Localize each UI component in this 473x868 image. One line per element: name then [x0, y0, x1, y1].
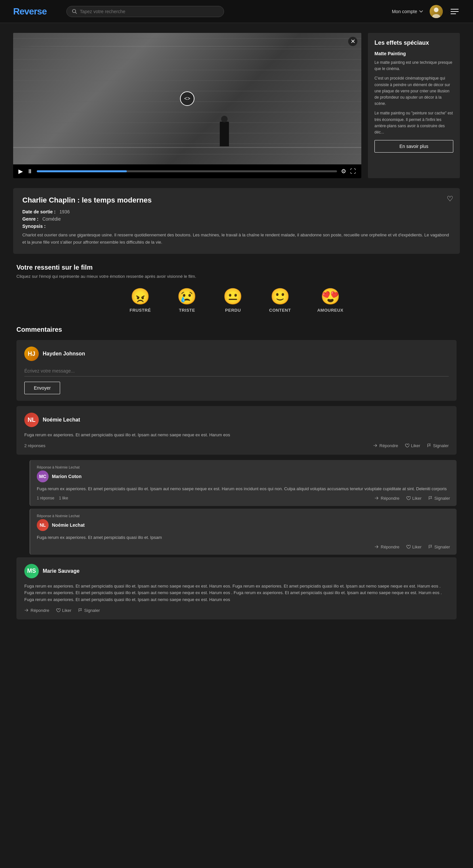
noemie-replies: Réponse à Noémie Lechat MC Marion Coton …: [30, 460, 457, 555]
scrubber-button[interactable]: <>: [180, 91, 195, 106]
frustre-emoji: 😠: [130, 289, 150, 305]
amoureux-label: AMOUREUX: [317, 308, 344, 313]
favorite-button[interactable]: ♡: [447, 195, 453, 203]
reply-icon: [373, 443, 378, 448]
noemie2-like-button[interactable]: Liker: [406, 545, 421, 549]
reply-icon: [374, 545, 379, 549]
current-user-avatar: HJ: [24, 346, 39, 361]
marie-actions: Répondre Liker Signaler: [24, 608, 100, 613]
marion-author: Marion Coton: [52, 474, 81, 479]
marie-author: Marie Sauvage: [43, 568, 79, 574]
genre-label: Genre :: [22, 216, 38, 222]
side-panel-text-1: Le matte painting est une technique pres…: [374, 60, 453, 72]
noemie2-author: Noémie Lechat: [52, 522, 85, 528]
triste-label: TRISTE: [179, 308, 195, 313]
marie-text: Fuga rerum ex asperiores. Et amet perspi…: [24, 583, 449, 603]
frustre-label: FRUSTRÉ: [129, 308, 151, 313]
video-section: <> ✕ ▶ ⏸ ⚙ ⛶: [13, 33, 460, 178]
marie-like-button[interactable]: Liker: [56, 608, 71, 613]
search-input[interactable]: [80, 9, 218, 14]
reply-icon: [24, 608, 29, 613]
search-bar[interactable]: [66, 6, 224, 17]
noemie2-report-button[interactable]: Signaler: [428, 545, 450, 549]
marion-like-button[interactable]: Liker: [406, 496, 421, 501]
marion-footer: 1 réponse 1 like Répondre: [37, 496, 450, 501]
marion-reply-button[interactable]: Répondre: [374, 496, 399, 501]
content-emoji: 🙂: [270, 289, 290, 305]
comment-noemie: NL Noémie Lechat Fuga rerum ex asperiore…: [16, 406, 457, 455]
logo-text: Reverse: [13, 6, 47, 17]
play-icon: ▶: [19, 168, 23, 175]
perdu-emoji: 😐: [223, 289, 243, 305]
marion-header: MC Marion Coton: [37, 470, 450, 482]
date-value: 1936: [60, 209, 70, 214]
chevron-down-icon: [419, 10, 423, 13]
noemie-actions: Répondre Liker Signaler: [373, 443, 449, 448]
settings-button[interactable]: ⚙: [341, 168, 346, 175]
marion-reply-tag: Réponse à Noémie Lechat: [37, 465, 450, 469]
date-label: Date de sortie :: [22, 209, 56, 214]
noemie-header: NL Noémie Lechat: [24, 413, 449, 427]
side-panel: Les effets spéciaux Matte Painting Le ma…: [368, 33, 460, 178]
noemie-replies-count[interactable]: 2 réponses: [24, 443, 45, 448]
comment-input-header: HJ Hayden Johnson: [24, 346, 449, 361]
film-synopsis-label: Synopsis :: [22, 224, 451, 229]
flag-icon: [428, 496, 433, 500]
emoji-content[interactable]: 🙂 CONTENT: [269, 289, 291, 313]
noemie2-avatar: NL: [37, 519, 48, 531]
reply-marion: Réponse à Noémie Lechat MC Marion Coton …: [30, 460, 457, 506]
marion-reply-count: 1 réponse: [37, 496, 54, 500]
comment-marie: MS Marie Sauvage Fuga rerum ex asperiore…: [16, 557, 457, 619]
comments-section: Commentaires HJ Hayden Johnson Envoyer N…: [13, 326, 460, 619]
play-button[interactable]: ▶: [19, 168, 23, 175]
synopsis-label: Synopsis :: [22, 224, 46, 229]
flag-icon: [78, 608, 82, 613]
en-savoir-plus-button[interactable]: En savoir plus: [374, 140, 453, 153]
header-right: Mon compte: [392, 5, 460, 18]
comment-input[interactable]: [24, 366, 449, 376]
noemie-reply-button[interactable]: Répondre: [373, 443, 398, 448]
video-player[interactable]: <> ✕ ▶ ⏸ ⚙ ⛶: [13, 33, 361, 178]
noemie2-reply-button[interactable]: Répondre: [374, 545, 399, 549]
menu-icon[interactable]: [449, 7, 460, 16]
avatar[interactable]: [430, 5, 443, 18]
emoji-perdu[interactable]: 😐 PERDU: [223, 289, 243, 313]
comment-input-card: HJ Hayden Johnson Envoyer: [16, 340, 457, 401]
progress-fill: [37, 170, 127, 172]
scrubber-icon: <>: [184, 96, 191, 102]
noemie-like-button[interactable]: Liker: [405, 443, 420, 448]
side-panel-text-2: C'est un procédé cinématographique qui c…: [374, 75, 453, 107]
emotion-section: Votre ressenti sur le film Cliquez sur l…: [13, 264, 460, 313]
fullscreen-icon: ⛶: [350, 168, 356, 175]
progress-bar[interactable]: [37, 170, 337, 172]
noemie-footer: 2 réponses Répondre Liker: [24, 443, 449, 448]
heart-icon: [56, 608, 61, 613]
noemie-author: Noémie Lechat: [43, 417, 80, 423]
noemie-text: Fuga rerum ex asperiores. Et amet perspi…: [24, 432, 449, 439]
marion-report-button[interactable]: Signaler: [428, 496, 450, 501]
account-label: Mon compte: [392, 9, 417, 14]
marie-report-button[interactable]: Signaler: [78, 608, 100, 613]
emoji-amoureux[interactable]: 😍 AMOUREUX: [317, 289, 344, 313]
fullscreen-button[interactable]: ⛶: [350, 168, 356, 175]
emoji-frustre[interactable]: 😠 FRUSTRÉ: [129, 289, 151, 313]
film-date: Date de sortie : 1936: [22, 209, 451, 214]
triste-emoji: 😢: [177, 289, 197, 305]
amoureux-emoji: 😍: [320, 289, 340, 305]
marie-reply-button[interactable]: Répondre: [24, 608, 49, 613]
noemie2-header: NL Noémie Lechat: [37, 519, 450, 531]
emoji-triste[interactable]: 😢 TRISTE: [177, 289, 197, 313]
send-comment-button[interactable]: Envoyer: [24, 382, 60, 394]
account-menu[interactable]: Mon compte: [392, 9, 423, 14]
marie-footer: Répondre Liker Signaler: [24, 608, 449, 613]
side-panel-title: Les effets spéciaux: [374, 39, 453, 46]
film-info-card: Charlie Chaplin : les temps modernes ♡ D…: [13, 188, 460, 254]
noemie2-footer: Répondre Liker Signaler: [37, 545, 450, 549]
logo[interactable]: Reverse: [13, 6, 47, 17]
content-label: CONTENT: [269, 308, 291, 313]
marie-header: MS Marie Sauvage: [24, 564, 449, 578]
noemie-report-button[interactable]: Signaler: [427, 443, 449, 448]
close-video-button[interactable]: ✕: [348, 37, 358, 46]
pause-button[interactable]: ⏸: [27, 168, 33, 175]
main-content: <> ✕ ▶ ⏸ ⚙ ⛶: [0, 23, 473, 634]
